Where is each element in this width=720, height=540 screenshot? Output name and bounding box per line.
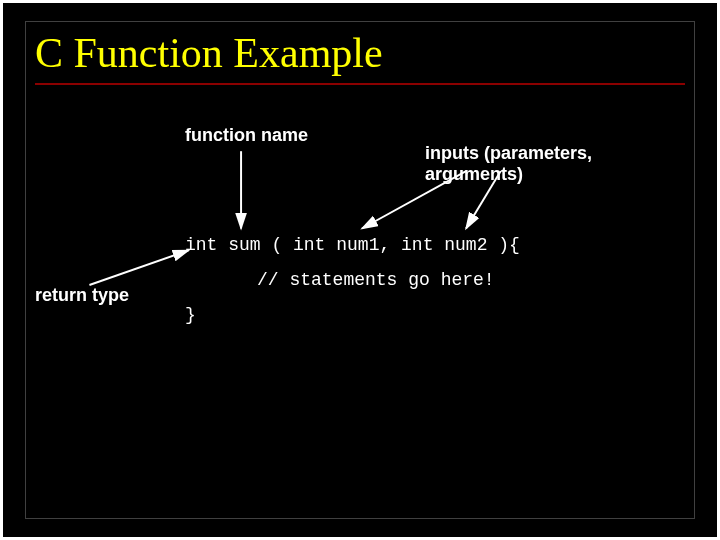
- label-inputs: inputs (parameters, arguments): [425, 143, 695, 185]
- slide-title: C Function Example: [35, 29, 695, 77]
- label-return-type: return type: [35, 285, 129, 306]
- arrow-return-type: [89, 250, 188, 285]
- slide: C Function Example function name inputs …: [0, 0, 720, 540]
- content-area: function name inputs (parameters, argume…: [25, 95, 695, 475]
- code-signature: int sum ( int num1, int num2 ){: [185, 235, 520, 255]
- title-underline: [35, 83, 685, 85]
- code-close-brace: }: [185, 305, 196, 325]
- code-comment: // statements go here!: [257, 270, 495, 290]
- label-function-name: function name: [185, 125, 308, 146]
